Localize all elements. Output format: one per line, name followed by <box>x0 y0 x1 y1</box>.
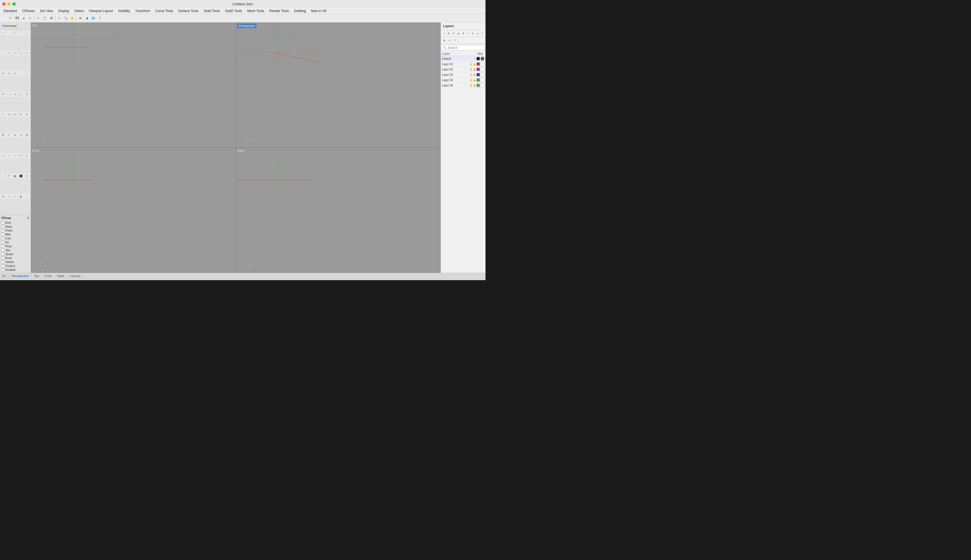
select-btn[interactable]: ↖ <box>56 15 62 21</box>
layer-02-toggle[interactable] <box>480 67 485 71</box>
move-tool[interactable]: ✥ <box>0 132 6 138</box>
maximize-button[interactable] <box>12 2 16 6</box>
curve-tool[interactable]: ⌒ <box>18 30 23 35</box>
cylinder-tool[interactable]: ⌀ <box>12 92 17 97</box>
move-layer-btn[interactable]: ↕ <box>466 31 470 36</box>
hatch-tool[interactable]: ▦ <box>12 173 17 178</box>
menu-transform[interactable]: Transform <box>133 8 152 13</box>
osnap-end-check[interactable] <box>1 221 4 224</box>
viewport-right[interactable]: Right z y <box>236 148 441 273</box>
box-tool[interactable]: ⬜ <box>7 92 12 97</box>
layer-row-01[interactable]: Layer 01 💡 🔒 <box>441 62 486 67</box>
osnap-disable-check[interactable] <box>1 268 4 272</box>
offset-tool[interactable]: ⊙ <box>7 71 12 76</box>
mirror-tool[interactable]: ⇔ <box>18 132 23 138</box>
split-tool[interactable]: ⊢ <box>18 153 23 158</box>
osnap-cen-check[interactable] <box>1 237 4 240</box>
revolve-tool[interactable]: ↻ <box>12 112 17 117</box>
select-tool[interactable]: ↖ <box>0 30 6 35</box>
osnap-quad[interactable]: Quad <box>1 252 30 256</box>
osnap-knot-check[interactable] <box>1 257 4 260</box>
analyze-tool[interactable]: ◐ <box>18 194 23 199</box>
block-tool[interactable]: ⬛ <box>18 173 23 178</box>
osnap-int[interactable]: Int <box>1 240 30 244</box>
osnap-perp[interactable]: Perp <box>1 244 30 248</box>
pan-btn[interactable]: ✋ <box>69 15 75 21</box>
grid-btn[interactable]: ⊞ <box>77 15 84 21</box>
array-tool[interactable]: ⊞ <box>25 132 30 138</box>
osnap-project[interactable]: Project <box>1 264 30 268</box>
osnap-vertex[interactable]: Vertex <box>1 260 30 264</box>
osnap-perp-check[interactable] <box>1 245 4 248</box>
menu-solid-tools[interactable]: Solid Tools <box>201 8 222 13</box>
osnap-end[interactable]: End <box>1 221 30 225</box>
menu-curve-tools[interactable]: Curve Tools <box>153 8 175 13</box>
tab-right[interactable]: Right <box>55 274 66 278</box>
tab-top[interactable]: Top <box>33 274 41 278</box>
layer-row-04[interactable]: Layer 04 💡 🔒 <box>441 77 486 83</box>
osnap-vertex-check[interactable] <box>1 260 4 263</box>
filter-btn[interactable]: ⊿ <box>475 31 480 36</box>
layer-row-default[interactable]: Default ✓ <box>441 56 486 62</box>
shade-btn[interactable]: ◑ <box>84 15 90 21</box>
osnap-int-check[interactable] <box>1 241 4 244</box>
render-btn[interactable]: 🌐 <box>90 15 96 21</box>
move-up-btn[interactable]: ▲ <box>456 31 461 36</box>
osnap-tan-check[interactable] <box>1 249 4 252</box>
osnap-tan[interactable]: Tan <box>1 248 30 252</box>
point-tool[interactable]: · <box>7 30 12 35</box>
save-btn[interactable]: 💾 <box>14 15 20 21</box>
torus-tool[interactable]: ◎ <box>25 92 30 97</box>
help-layer-btn[interactable]: ? <box>480 31 485 36</box>
osnap-point[interactable]: Point <box>1 228 30 232</box>
layer-04-toggle[interactable] <box>480 78 485 82</box>
osnap-near-check[interactable] <box>1 225 4 228</box>
osnap-settings[interactable]: ⚙ <box>27 217 30 220</box>
dim-tool[interactable]: ←→ <box>0 173 6 178</box>
layer-default-toggle[interactable] <box>480 57 485 61</box>
menu-surface-tools[interactable]: Surface Tools <box>176 8 201 13</box>
text-tool[interactable]: T <box>7 173 12 178</box>
layer-row-02[interactable]: Layer 02 💡 🔒 <box>441 67 486 72</box>
helix-tool[interactable]: ↺ <box>0 71 6 76</box>
extrude-tool[interactable]: ⤒ <box>0 112 6 117</box>
add-layer-btn[interactable]: + <box>442 31 446 36</box>
help-btn[interactable]: ? <box>97 15 103 21</box>
osnap-disable[interactable]: Disable <box>1 268 30 272</box>
move-down-btn[interactable]: ▼ <box>461 31 465 36</box>
menu-mesh-tools[interactable]: Mesh Tools <box>245 8 266 13</box>
layer-help-btn[interactable]: ? <box>452 38 457 43</box>
boolean-int-tool[interactable]: ∩ <box>12 153 17 158</box>
polygon-tool[interactable]: ⬡ <box>18 50 23 56</box>
osnap-near[interactable]: Near <box>1 225 30 228</box>
osnap-quad-check[interactable] <box>1 253 4 256</box>
trim-tool[interactable]: ✂ <box>12 71 17 76</box>
layer-tool[interactable]: ≡ <box>7 194 12 199</box>
line-tool[interactable]: ╱ <box>12 30 17 35</box>
extend-tool[interactable]: → <box>18 71 23 76</box>
sweep-tool[interactable]: ⊏ <box>18 112 23 117</box>
viewport-top[interactable]: Top y x <box>31 22 236 147</box>
layer-row-03[interactable]: Layer 03 💡 🔒 <box>441 72 486 77</box>
minimize-button[interactable] <box>7 2 11 6</box>
circle-tool[interactable]: ○ <box>25 30 30 35</box>
freeform-tool[interactable]: 〜 <box>25 50 30 56</box>
tab-perspective[interactable]: Perspective <box>10 274 31 278</box>
menu-subd-tools[interactable]: SubD Tools <box>223 8 244 13</box>
osnap-project-check[interactable] <box>1 264 4 268</box>
open-btn[interactable]: 📂 <box>8 15 14 21</box>
misc-tool[interactable]: ⋯ <box>25 194 30 199</box>
paste-btn[interactable]: 📌 <box>48 15 54 21</box>
scale-tool[interactable]: ⇲ <box>12 132 17 138</box>
print-btn[interactable]: 🖨 <box>20 15 27 21</box>
layer-search-input[interactable] <box>442 45 485 50</box>
new-file-btn[interactable]: 📄 <box>1 15 7 21</box>
fillet-tool[interactable]: ╮ <box>25 71 30 76</box>
zoom-btn[interactable]: 🔍 <box>63 15 69 21</box>
viewport-front[interactable]: Front z x <box>31 148 236 273</box>
menu-select[interactable]: Select <box>72 8 86 13</box>
osnap-point-check[interactable] <box>1 229 4 232</box>
menu-render-tools[interactable]: Render Tools <box>267 8 291 13</box>
sort-btn[interactable]: ≋ <box>471 31 475 36</box>
ellipse-tool[interactable]: ⬭ <box>7 50 12 56</box>
